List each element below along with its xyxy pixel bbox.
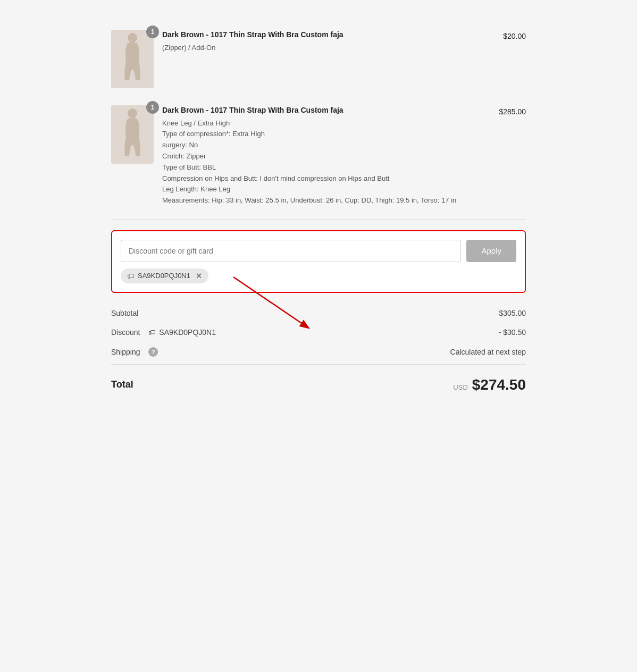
shipping-value: Calculated at next step	[450, 348, 526, 356]
item1-image	[111, 30, 154, 88]
order-summary: Subtotal $305.00 Discount 🏷 SA9KD0PQJ0N1…	[111, 304, 526, 362]
cart-item-2: 1 Dark Brown - 1017 Thin Strap With Bra …	[111, 97, 526, 215]
item2-name: Dark Brown - 1017 Thin Strap With Bra Cu…	[162, 105, 490, 116]
item2-badge: 1	[146, 101, 159, 114]
item2-image	[111, 105, 154, 164]
svg-point-0	[128, 33, 137, 43]
shipping-row: Shipping ? Calculated at next step	[111, 342, 526, 362]
item2-figure-icon	[116, 108, 148, 161]
item2-price: $285.00	[499, 105, 526, 116]
discount-row-value: - $30.50	[499, 328, 526, 337]
discount-input-row: Apply	[121, 240, 516, 262]
total-row: Total USD $274.50	[111, 367, 526, 403]
discount-code: SA9KD0PQJ0N1	[138, 272, 190, 280]
item1-image-wrap: 1	[111, 30, 154, 88]
item1-details: Dark Brown - 1017 Thin Strap With Bra Cu…	[162, 30, 494, 53]
apply-button[interactable]: Apply	[466, 240, 516, 262]
cart-item-1: 1 Dark Brown - 1017 Thin Strap With Bra …	[111, 21, 526, 97]
item1-price: $20.00	[503, 30, 526, 40]
discount-row-code: SA9KD0PQJ0N1	[159, 328, 216, 337]
discount-input[interactable]	[121, 240, 461, 262]
divider-2	[111, 364, 526, 365]
remove-discount-button[interactable]: ✕	[196, 272, 202, 280]
svg-point-1	[128, 108, 137, 118]
total-label: Total	[111, 379, 133, 390]
discount-tag: 🏷 SA9KD0PQJ0N1 ✕	[121, 268, 208, 283]
discount-row-label: Discount 🏷 SA9KD0PQJ0N1	[111, 328, 216, 337]
shipping-label: Shipping ?	[111, 347, 158, 357]
item2-details: Dark Brown - 1017 Thin Strap With Bra Cu…	[162, 105, 490, 206]
divider-1	[111, 219, 526, 220]
checkout-summary: 1 Dark Brown - 1017 Thin Strap With Bra …	[95, 11, 542, 414]
total-amount: $274.50	[472, 376, 526, 393]
item2-meta: Knee Leg / Extra HighType of compression…	[162, 118, 490, 206]
subtotal-row: Subtotal $305.00	[111, 304, 526, 323]
tag-icon: 🏷	[127, 272, 135, 280]
total-right: USD $274.50	[453, 376, 526, 393]
discount-section: Apply 🏷 SA9KD0PQJ0N1 ✕	[111, 230, 526, 293]
item1-name: Dark Brown - 1017 Thin Strap With Bra Cu…	[162, 30, 494, 40]
item1-badge: 1	[146, 26, 159, 38]
subtotal-label: Subtotal	[111, 309, 138, 317]
discount-tag-icon-small: 🏷	[148, 328, 156, 337]
discount-row: Discount 🏷 SA9KD0PQJ0N1 - $30.50	[111, 323, 526, 342]
total-currency: USD	[453, 383, 467, 391]
item1-meta: (Zipper) / Add-On	[162, 43, 494, 54]
subtotal-value: $305.00	[499, 309, 526, 317]
item1-figure-icon	[116, 32, 148, 86]
item2-image-wrap: 1	[111, 105, 154, 164]
shipping-help-icon[interactable]: ?	[148, 347, 158, 357]
